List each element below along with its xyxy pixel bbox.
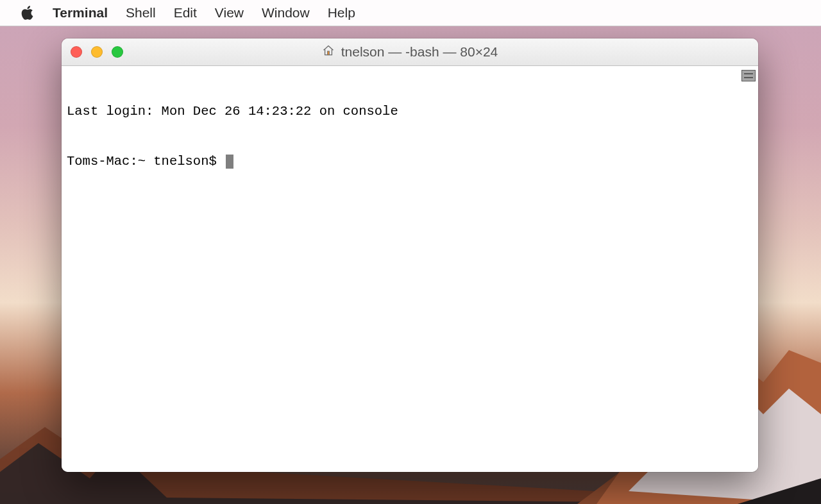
traffic-lights [71, 46, 123, 58]
window-title-text: tnelson — -bash — 80×24 [341, 44, 498, 60]
terminal-prompt: Toms-Mac:~ tnelson$ [67, 153, 224, 170]
svg-rect-0 [327, 51, 329, 55]
macos-menubar: Terminal Shell Edit View Window Help [0, 0, 821, 26]
close-button[interactable] [71, 46, 82, 58]
terminal-body[interactable]: Last login: Mon Dec 26 14:23:22 on conso… [62, 66, 758, 472]
menubar-app-name[interactable]: Terminal [44, 0, 117, 26]
zoom-button[interactable] [112, 46, 123, 58]
terminal-cursor[interactable] [226, 155, 233, 169]
menubar-item-view[interactable]: View [206, 0, 253, 26]
minimize-button[interactable] [91, 46, 103, 58]
terminal-last-login: Last login: Mon Dec 26 14:23:22 on conso… [67, 103, 398, 120]
window-title: tnelson — -bash — 80×24 [322, 44, 498, 60]
menubar-item-shell[interactable]: Shell [117, 0, 165, 26]
window-titlebar[interactable]: tnelson — -bash — 80×24 [62, 38, 758, 66]
terminal-window: tnelson — -bash — 80×24 Last login: Mon … [62, 38, 758, 472]
terminal-output: Last login: Mon Dec 26 14:23:22 on conso… [67, 70, 398, 203]
scroll-indicator-icon[interactable] [741, 70, 756, 81]
apple-menu-icon[interactable] [12, 0, 44, 26]
terminal-prompt-line: Toms-Mac:~ tnelson$ [67, 153, 398, 170]
menubar-item-edit[interactable]: Edit [165, 0, 206, 26]
home-icon [322, 44, 335, 60]
menubar-item-window[interactable]: Window [253, 0, 319, 26]
desktop-background: Terminal Shell Edit View Window Help [0, 0, 821, 504]
menubar-item-help[interactable]: Help [319, 0, 364, 26]
